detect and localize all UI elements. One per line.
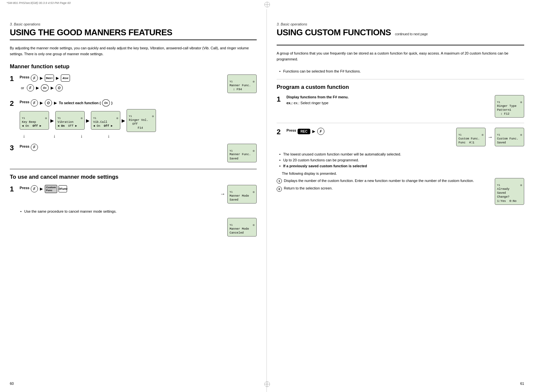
step2-keys: Press F ▶ O ▶ To select each function ( … <box>20 99 257 106</box>
key-F5: F <box>31 185 38 192</box>
left-column: 3. Basic operations USING THE GOOD MANNE… <box>0 9 267 392</box>
arrow4: ▶ <box>51 86 54 90</box>
circle-notes-text: 1 Displays the number of the custom func… <box>277 178 491 192</box>
circle1-row: 1 Displays the number of the custom func… <box>277 178 491 184</box>
subsection-divider <box>10 169 257 169</box>
right-step1-number: 1 <box>277 96 284 103</box>
step1-number: 1 <box>10 75 17 82</box>
step3-content: Press F Yl◎Manner Func. Saved <box>20 144 257 162</box>
subsection1-title: Manner function setup <box>10 63 257 70</box>
right-subtitle: 3. Basic operations <box>277 22 524 26</box>
right-step1-ex: ex.: ex.: Select ringer type <box>286 101 491 105</box>
right-step2-keys: Press REC ▶ F <box>286 128 453 135</box>
right-note3: If a previously saved custom function is… <box>279 163 524 169</box>
step1-content: Press F ▶ 9WXY ▶ 4GHI or F ▶ O# ▶ <box>20 74 257 94</box>
right-subsection-title: Program a custom function <box>277 84 524 90</box>
screen-keybeep-wrap: Yl◎Key Beep ◄ On Off ► <box>20 111 49 130</box>
step2-number: 2 <box>10 100 17 107</box>
file-header: *SM-801 PHS/sec3(GB) 00.3.9 4:53 PM Page… <box>7 1 71 5</box>
right-bullets-intro: Functions can be selected from the F# fu… <box>279 69 524 74</box>
right-step1-screen: Yl◎Ringer Type Pattern1 ↕ F12 <box>495 95 524 118</box>
arrow1: ▶ <box>40 76 43 80</box>
left-intro: By adjusting the manner mode settings, y… <box>10 45 257 57</box>
key-O3: O <box>45 99 52 106</box>
arrow-rec: ▶ <box>312 129 315 134</box>
step2-screens: Yl◎Key Beep ◄ On Off ► ▶ Yl◎Vibration ◄ … <box>20 109 257 132</box>
step2-manner: 2 Press F ▶ O ▶ To select each function … <box>10 99 257 138</box>
lcd-ringertype: Yl◎Ringer Type Pattern1 ↕ F12 <box>495 95 524 118</box>
right-step2-content: Press REC ▶ F Yl◎Custom Func. Func #□1 →… <box>286 128 524 146</box>
screen-ringervol-wrap: Yl◎Ringer Vol. Off F14 <box>127 109 156 132</box>
right-step2-press: Press <box>286 128 296 132</box>
lcd-vibcall: Yl◎Vib.Call ◄ On Off ► <box>91 111 120 130</box>
arrow2: ▶ <box>56 76 59 80</box>
step1-cancel: 1 Press F ▶ CustomFunc ⊙Func <box>10 185 257 204</box>
key-F6: F <box>317 128 324 135</box>
lcd-canceled: Yl◎Manner Mode Canceled <box>227 218 257 237</box>
canceled-screen-row: Yl◎Manner Mode Canceled <box>10 218 257 237</box>
right-arrow-big: → <box>220 191 225 197</box>
continued-text: continued to next page <box>395 32 428 36</box>
right-column: 3. Basic operations USING CUSTOM FUNCTIO… <box>267 9 534 392</box>
circle0-text: Return to the selection screen. <box>284 186 333 192</box>
screens-arrow2: ▶ <box>86 118 90 123</box>
key-F2: F <box>27 84 34 91</box>
step1c-press-label: Press <box>20 186 29 190</box>
lcd-ringervol: Yl◎Ringer Vol. Off F14 <box>127 109 156 132</box>
screens-arrow1: ▶ <box>50 118 54 123</box>
step1c-screens: → Yl◎Manner Mode Saved <box>220 185 257 204</box>
step3-number: 3 <box>10 144 17 152</box>
step3-press-label: Press <box>20 144 29 148</box>
key-F: F <box>31 74 38 82</box>
step1c-keys: Press F ▶ CustomFunc ⊙Func <box>20 185 217 193</box>
right-step2-number: 2 <box>277 128 284 136</box>
key-O2: O <box>56 84 63 91</box>
down-arrow: ↓ <box>23 133 25 139</box>
right-step1: 1 Display functions from the F# menu. ex… <box>277 95 524 118</box>
lcd-already-saved: Yl◎Already Saved Change? 1:Yes 0:No <box>495 178 524 205</box>
down-arrow4: ↓ <box>108 133 110 139</box>
arrow6: ▶ <box>54 101 57 105</box>
left-title: USING THE GOOD MANNERS FEATURES <box>10 27 257 40</box>
right-bullet-intro1: Functions can be selected from the F# fu… <box>279 69 524 74</box>
subsection2-title: To use and cancel manner mode settings <box>10 174 257 180</box>
screen-vibration-wrap: Yl◎Vibration ◄ On Off ► <box>55 111 85 130</box>
key-9wxyz: 9WXY <box>45 74 54 82</box>
arrow7: ▶ <box>40 187 43 191</box>
lcd-keybeep: Yl◎Key Beep ◄ On Off ► <box>20 111 49 130</box>
following-display-text: The following display is presented. <box>282 172 524 175</box>
right-step2-screens: Yl◎Custom Func. Func #□1 → Yl◎Custom Fun… <box>456 128 524 146</box>
right-title-row: USING CUSTOM FUNCTIONS continued to next… <box>277 27 524 45</box>
step2-suffix-end: ) <box>111 101 112 105</box>
key-O1: O# <box>41 84 49 91</box>
circle0-row: 0 Return to the selection screen. <box>277 186 491 192</box>
circle-0: 0 <box>277 187 282 192</box>
circle-notes: 1 Displays the number of the custom func… <box>277 178 524 205</box>
key-4ghi: 4GHI <box>61 74 70 82</box>
left-subtitle: 3. Basic operations <box>10 22 257 26</box>
right-note2: Up to 20 custom functions can be program… <box>279 157 524 163</box>
right-note1: The lowest unused custom function number… <box>279 152 524 157</box>
crosshair-mark-bottom <box>264 381 270 387</box>
step1c-content: Press F ▶ CustomFunc ⊙Func → Yl◎Manner M… <box>20 185 257 204</box>
screens-arrow3: ▶ <box>122 118 125 123</box>
screen-vibcall-wrap: Yl◎Vib.Call ◄ On Off ► <box>91 111 120 130</box>
right-title: USING CUSTOM FUNCTIONS <box>277 27 391 38</box>
step3-manner: 3 Press F Yl◎Manner Func. Saved <box>10 144 257 162</box>
page-number-right: 61 <box>520 382 524 385</box>
right-step2: 2 Press REC ▶ F Yl◎Custom Func. Func #□1… <box>277 128 524 146</box>
arrow3: ▶ <box>36 86 39 90</box>
right-step1-label: Display functions from the F# menu. <box>286 95 491 99</box>
step3-keys: Press F <box>20 144 224 151</box>
right-divider2 <box>277 123 524 123</box>
page-number-left: 60 <box>10 382 14 385</box>
crosshair-mark <box>264 1 270 8</box>
key-F3: F <box>31 99 38 106</box>
lcd-customfunc: Yl◎Custom Func. Func #□1 <box>456 128 486 146</box>
key-rec: REC <box>298 129 310 134</box>
step1-manner: 1 Press F ▶ 9WXY ▶ 4GHI or <box>10 74 257 94</box>
or-label: or <box>21 86 24 90</box>
right-bullets-notes: The lowest unused custom function number… <box>279 152 524 169</box>
step1-or-keys: or F ▶ O# ▶ O <box>20 84 224 91</box>
circle-1: 1 <box>277 178 282 184</box>
